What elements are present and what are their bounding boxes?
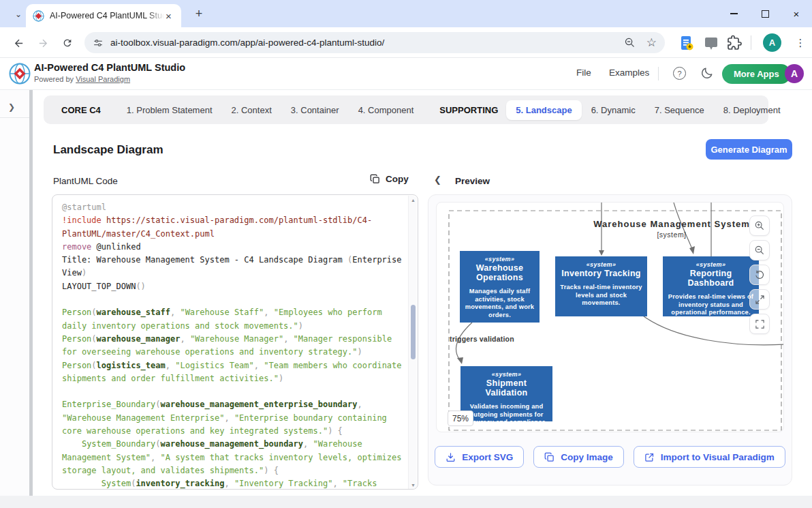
browser-tab-strip: ⌄ AI-Powered C4 PlantUML Studio × + × [0,0,812,27]
copy-code-button[interactable]: Copy [370,174,409,184]
reset-view-button[interactable] [749,265,770,285]
browser-profile-avatar[interactable]: A [763,33,781,52]
site-favicon-icon [33,10,44,22]
browser-toolbar: ai-toolbox.visual-paradigm.com/app/ai-po… [0,27,812,58]
page-title: Landscape Diagram [53,143,163,157]
node-name: Shipment Validation [464,378,549,398]
app-user-avatar[interactable]: A [785,64,804,83]
comment-extension-icon[interactable] [703,35,719,51]
node-stereotype: «system» [463,256,536,263]
nav-group-label: SUPPORTING [439,105,498,115]
menu-examples[interactable]: Examples [609,68,649,78]
back-button[interactable] [8,33,29,53]
node-stereotype: «system» [559,261,644,268]
url-text[interactable]: ai-toolbox.visual-paradigm.com/app/ai-po… [110,38,624,48]
code-line: remove @unlinked [62,241,405,254]
main-content: CORE C41. Problem Statement2. Context3. … [33,90,812,496]
code-line: @startuml [62,201,405,214]
copy-icon [544,452,555,462]
diagram-controls [749,215,770,334]
visual-paradigm-logo [9,63,31,85]
code-line: Person(warehouse_staff, "Warehouse Staff… [62,306,405,333]
tab-4-component[interactable]: 4. Component [349,100,424,120]
help-icon[interactable]: ? [673,67,686,80]
browser-tab[interactable]: AI-Powered C4 PlantUML Studio × [26,4,181,27]
code-line: Person(warehouse_manager, "Warehouse Man… [62,333,405,359]
tab-5-landscape[interactable]: 5. Landscape [506,100,581,120]
code-line: !include https://static.visual-paradigm.… [62,214,405,241]
external-link-icon [644,452,655,462]
fullscreen-button[interactable] [749,314,770,334]
url-bar[interactable]: ai-toolbox.visual-paradigm.com/app/ai-po… [84,32,665,53]
tab-2-context[interactable]: 2. Context [222,100,281,120]
preview-panel-label: Preview [455,176,490,186]
reload-button[interactable] [57,33,78,53]
page-background [0,496,812,508]
system-node-inventory-tracking[interactable]: «system»Inventory TrackingTracks real-ti… [555,256,647,316]
extensions-puzzle-icon[interactable] [726,35,743,51]
preview-collapse-chevron-icon[interactable]: ❮ [434,175,441,185]
node-stereotype: «system» [464,371,549,378]
diagram-canvas[interactable]: Warehouse Management System [system] «sy… [436,202,784,432]
expand-view-button[interactable] [749,289,770,310]
app-title: AI-Powered C4 PlantUML Studio [34,62,185,73]
menu-file[interactable]: File [576,68,591,78]
export-svg-button[interactable]: Export SVG [435,446,524,468]
tab-1-problem-statement[interactable]: 1. Problem Statement [117,100,222,120]
site-info-icon[interactable] [93,38,104,48]
code-line: System(inventory_tracking, "Inventory Tr… [62,477,405,490]
new-tab-button[interactable]: + [191,6,207,23]
system-node-shipment-validation[interactable]: «system»Shipment ValidationValidates inc… [460,366,552,421]
copy-icon [370,174,380,184]
code-scrollbar-thumb[interactable] [411,305,416,359]
generate-diagram-button[interactable]: Generate Diagram [706,139,792,160]
node-name: Inventory Tracking [559,269,644,278]
sidebar-divider [0,117,29,118]
toolbar-divider [751,35,751,50]
scroll-up-icon[interactable]: ▲ [409,198,418,203]
copy-image-button[interactable]: Copy Image [533,446,624,468]
diagram-step-tabs: CORE C41. Problem Statement2. Context3. … [44,95,768,124]
tab-close-icon[interactable]: × [166,11,172,21]
node-name: Reporting Dashboard [666,269,755,288]
window-close-button[interactable]: × [781,0,812,27]
system-node-reporting-dashboard[interactable]: «system»Reporting DashboardProvides real… [663,256,759,316]
window-maximize-button[interactable] [749,0,781,27]
docs-extension-icon[interactable] [678,35,695,51]
edge-label: triggers validation [450,335,514,343]
system-node-warehouse-operations[interactable]: «system»Warehouse OperationsManages dail… [460,251,540,323]
preview-card: Warehouse Management System [system] «sy… [428,194,792,485]
code-line: System_Boundary(warehouse_management_bou… [62,438,405,477]
plantuml-code-editor[interactable]: @startuml!include https://static.visual-… [52,194,418,490]
zoom-in-button[interactable] [749,215,770,236]
node-name: Warehouse Operations [463,263,536,282]
scroll-down-icon[interactable]: ▼ [409,483,418,488]
tab-title: AI-Powered C4 PlantUML Studio [50,11,164,20]
code-scrollbar[interactable]: ▲ ▼ [408,196,417,490]
visual-paradigm-link[interactable]: Visual Paradigm [76,75,130,83]
node-stereotype: «system» [666,261,755,268]
tab-6-dynamic[interactable]: 6. Dynamic [582,100,645,120]
code-line [62,293,405,306]
browser-menu-icon[interactable]: ⋮ [792,33,809,52]
code-line: Title: Warehouse Management System - C4 … [62,254,405,280]
tab-3-container[interactable]: 3. Container [281,100,349,120]
window-minimize-button[interactable] [718,0,749,27]
boundary-subtitle: [system] [657,230,686,239]
zoom-out-button[interactable] [749,240,770,260]
preview-actions: Export SVG Copy Image Import to Visual P… [428,446,792,468]
download-icon [446,452,456,462]
page-zoom-icon[interactable] [624,37,636,48]
tab-8-deployment[interactable]: 8. Deployment [714,100,790,120]
tab-7-sequence[interactable]: 7. Sequence [645,100,714,120]
forward-button[interactable] [33,33,53,53]
dark-mode-moon-icon[interactable] [700,66,714,80]
bookmark-star-icon[interactable]: ☆ [646,37,657,48]
node-description: Provides real-time views of inventory st… [666,293,755,317]
boundary-title: Warehouse Management System [593,219,750,229]
code-line: LAYOUT_TOP_DOWN() [62,280,405,293]
code-content[interactable]: @startuml!include https://static.visual-… [52,195,408,489]
import-to-visual-paradigm-button[interactable]: Import to Visual Paradigm [634,446,785,468]
sidebar-expand-chevron-icon[interactable]: ❯ [8,102,15,112]
more-apps-button[interactable]: More Apps [722,64,791,84]
